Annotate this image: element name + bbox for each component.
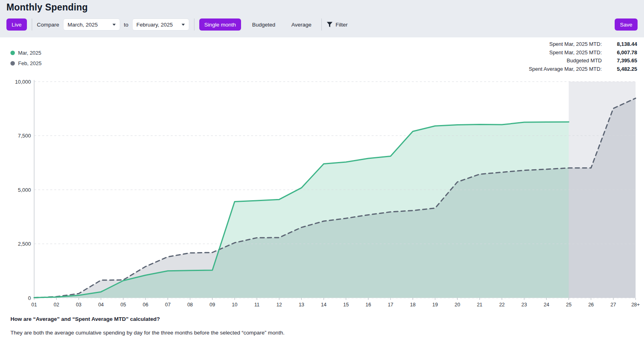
x-axis-tick-label: 06 xyxy=(143,302,148,308)
chart-legend: Mar, 2025 Feb, 2025 xyxy=(10,47,42,68)
page-title: Monthly Spending xyxy=(6,2,88,13)
summary-stats: Spent Mar, 2025 MTD: 8,138.44 Spent Mar,… xyxy=(529,41,637,72)
x-axis-tick-label: 18 xyxy=(410,302,416,308)
chevron-down-icon xyxy=(112,24,116,26)
x-axis-tick-label: 03 xyxy=(76,302,82,308)
x-axis-tick-label: 11 xyxy=(254,302,260,308)
compare-to-month-select[interactable]: February, 2025 xyxy=(132,18,189,31)
footer-answer: They are both the average cumulative spe… xyxy=(10,330,284,336)
x-axis-tick-label: 27 xyxy=(611,302,616,308)
single-month-toggle[interactable]: Single month xyxy=(199,18,241,31)
stat-label: Spent Average Mar, 2025 MTD: xyxy=(529,66,602,72)
x-axis-tick-label: 05 xyxy=(121,302,126,308)
x-axis-tick-label: 09 xyxy=(210,302,215,308)
y-axis-tick-label: 7,500 xyxy=(18,133,31,139)
budgeted-toggle[interactable]: Budgeted xyxy=(247,18,280,31)
toolbar-divider xyxy=(32,18,32,31)
y-axis-tick-label: 2,500 xyxy=(18,241,31,247)
filter-label: Filter xyxy=(335,22,348,28)
x-axis-tick-label: 28+ xyxy=(631,302,640,308)
toolbar-divider xyxy=(321,18,322,31)
legend-item-feb-2025[interactable]: Feb, 2025 xyxy=(10,58,42,68)
x-axis-tick-label: 07 xyxy=(165,302,171,308)
chevron-down-icon xyxy=(182,24,185,26)
stat-label: Spent Mar, 2025 MTD: xyxy=(529,41,602,47)
compare-month-select[interactable]: March, 2025 xyxy=(63,18,120,31)
x-axis-tick-label: 14 xyxy=(321,302,327,308)
chart-area: 02,5005,0007,50010,000010203040506070809… xyxy=(0,76,644,310)
save-button[interactable]: Save xyxy=(615,18,638,31)
x-axis-tick-label: 22 xyxy=(499,302,505,308)
x-axis-tick-label: 16 xyxy=(366,302,371,308)
x-axis-tick-label: 26 xyxy=(588,302,594,308)
live-button[interactable]: Live xyxy=(6,18,27,31)
footer-question: How are “Average” and “Spent Average MTD… xyxy=(10,316,160,322)
x-axis-tick-label: 17 xyxy=(388,302,393,308)
header-band: Monthly Spending Live Compare March, 202… xyxy=(0,0,644,37)
stat-value: 7,395.65 xyxy=(606,57,637,64)
y-axis-tick-label: 10,000 xyxy=(15,79,31,85)
x-axis-tick-label: 10 xyxy=(232,302,237,308)
x-axis-tick-label: 15 xyxy=(343,302,349,308)
x-axis-tick-label: 08 xyxy=(187,302,193,308)
to-label: to xyxy=(124,22,128,28)
legend-dot xyxy=(10,51,15,55)
x-axis-tick-label: 25 xyxy=(566,302,572,308)
x-axis-tick-label: 12 xyxy=(276,302,282,308)
y-axis-tick-label: 0 xyxy=(28,295,31,301)
x-axis-tick-label: 20 xyxy=(454,302,460,308)
spending-chart[interactable]: 02,5005,0007,50010,000010203040506070809… xyxy=(0,76,644,310)
stat-value: 5,482.25 xyxy=(606,66,637,72)
compare-label: Compare xyxy=(37,22,59,28)
x-axis-tick-label: 21 xyxy=(477,302,482,308)
filter-funnel-icon xyxy=(327,22,333,27)
monthly-spending-page: Monthly Spending Live Compare March, 202… xyxy=(0,0,644,353)
stat-label: Spent Mar, 2025 MTD: xyxy=(529,49,602,56)
stat-label: Budgeted MTD xyxy=(529,57,602,64)
x-axis-tick-label: 02 xyxy=(53,302,59,308)
stat-value: 8,138.44 xyxy=(606,41,637,47)
stat-value: 6,007.78 xyxy=(606,49,637,56)
x-axis-tick-label: 24 xyxy=(544,302,549,308)
legend-label: Mar, 2025 xyxy=(18,50,41,56)
legend-label: Feb, 2025 xyxy=(18,60,42,66)
compare-month-value: March, 2025 xyxy=(67,22,98,28)
toolbar-divider xyxy=(194,18,194,31)
x-axis-tick-label: 13 xyxy=(298,302,304,308)
x-axis-tick-label: 23 xyxy=(521,302,527,308)
legend-dot xyxy=(10,61,15,66)
area-fill-mar-2025 xyxy=(34,122,569,298)
x-axis-tick-label: 19 xyxy=(432,302,438,308)
x-axis-tick-label: 04 xyxy=(98,302,104,308)
average-toggle[interactable]: Average xyxy=(286,18,317,31)
compare-to-month-value: February, 2025 xyxy=(137,22,173,28)
legend-item-mar-2025[interactable]: Mar, 2025 xyxy=(10,47,42,58)
filter-button[interactable]: Filter xyxy=(327,22,348,28)
toolbar: Live Compare March, 2025 to February, 20… xyxy=(6,18,638,31)
y-axis-tick-label: 5,000 xyxy=(18,187,31,193)
x-axis-tick-label: 01 xyxy=(31,302,37,308)
